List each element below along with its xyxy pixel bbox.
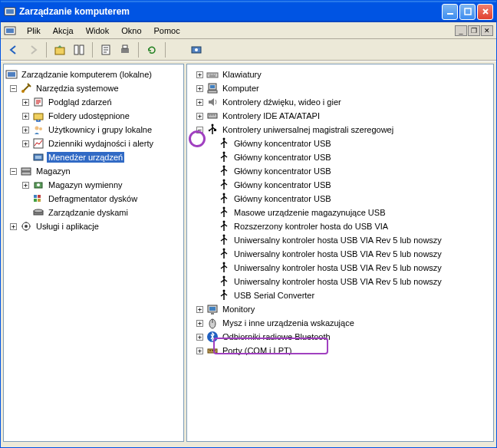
device-usb-controllers[interactable]: Kontrolery uniwersalnej magistrali szere… [221, 124, 395, 135]
expander-plus[interactable]: + [196, 71, 203, 78]
svg-point-64 [214, 350, 216, 351]
expander-plus[interactable]: + [196, 348, 203, 354]
expander-plus[interactable]: + [196, 85, 203, 92]
usb-icon [218, 165, 230, 177]
tree-perf-logs[interactable]: Dzienniki wydajności i alerty [47, 138, 155, 149]
device-bluetooth[interactable]: Odbiorniki radiowe Bluetooth [221, 331, 332, 342]
right-tree-pane[interactable]: +Klawiatury +Komputer +Kontrolery dźwięk… [186, 64, 494, 442]
defrag-icon [32, 193, 44, 205]
print-button[interactable] [117, 41, 133, 58]
keyboard-icon [206, 68, 219, 81]
tree-system-tools[interactable]: Narzędzia systemowe [35, 83, 120, 94]
storage-icon [20, 165, 32, 177]
svg-point-52 [223, 249, 225, 251]
tree-services-apps[interactable]: Usługi i aplikacje [35, 221, 100, 232]
device-usb-hub[interactable]: Główny koncentrator USB [232, 166, 333, 176]
tree-storage[interactable]: Magazyn [35, 166, 72, 176]
back-button[interactable] [5, 41, 22, 58]
device-button[interactable] [188, 41, 205, 58]
device-keyboards[interactable]: Klawiatury [221, 69, 263, 80]
tree-defrag[interactable]: Defragmentator dysków [47, 193, 139, 204]
device-usb-hub[interactable]: Główny koncentrator USB [232, 152, 333, 163]
tree-root[interactable]: Zarządzanie komputerem (lokalne) [20, 69, 153, 80]
window-title: Zarządzanie komputerem [19, 6, 442, 17]
device-mice[interactable]: Mysz i inne urządzenia wskazujące [221, 318, 356, 328]
expander-minus[interactable]: − [10, 85, 17, 92]
expander-plus[interactable]: + [196, 99, 203, 106]
maximize-button[interactable] [459, 4, 476, 20]
svg-point-13 [195, 48, 198, 51]
tree-users-groups[interactable]: Użytkownicy i grupy lokalne [47, 124, 153, 135]
tree-disk-mgmt[interactable]: Zarządzanie dyskami [47, 207, 130, 218]
device-usb-storage[interactable]: Masowe urządzenie magazynujące USB [232, 207, 387, 218]
device-ide[interactable]: Kontrolery IDE ATA/ATAPI [221, 110, 321, 121]
menubar: Plik Akcja Widok Okno Pomoc _ ❐ ✕ [1, 22, 496, 39]
menu-file[interactable]: Plik [21, 25, 47, 37]
device-usb-uhci[interactable]: Uniwersalny kontroler hosta USB VIA Rev … [232, 249, 443, 259]
menu-help[interactable]: Pomoc [148, 25, 186, 37]
up-button[interactable] [51, 41, 68, 58]
device-ports[interactable]: Porty (COM i LPT) [221, 345, 293, 356]
expander-plus[interactable]: + [10, 223, 17, 230]
tree-shared-folders[interactable]: Foldery udostępnione [47, 110, 131, 121]
svg-point-16 [21, 90, 25, 93]
expander-plus[interactable]: + [22, 99, 29, 106]
expander-plus[interactable]: + [22, 182, 29, 189]
mdi-restore-button[interactable]: ❐ [468, 25, 480, 36]
device-sound[interactable]: Kontrolery dźwięku, wideo i gier [221, 97, 343, 107]
document-icon [4, 25, 16, 37]
usb-icon [218, 179, 230, 191]
tree-removable-storage[interactable]: Magazyn wymienny [47, 180, 124, 190]
svg-point-53 [223, 262, 225, 265]
titlebar[interactable]: Zarządzanie komputerem [1, 1, 496, 22]
expander-plus[interactable]: + [196, 306, 203, 313]
expander-plus[interactable]: + [196, 320, 203, 327]
close-button[interactable] [477, 4, 493, 20]
svg-point-49 [223, 207, 225, 209]
event-viewer-icon [32, 96, 44, 108]
device-usb-hub[interactable]: Główny koncentrator USB [232, 138, 333, 149]
mdi-close-button[interactable]: ✕ [481, 25, 493, 36]
mdi-minimize-button[interactable]: _ [455, 25, 467, 36]
main-window: Zarządzanie komputerem Plik Akcja Widok … [0, 0, 497, 448]
refresh-button[interactable] [143, 41, 160, 58]
svg-point-55 [223, 290, 225, 292]
usb-icon [218, 275, 230, 288]
bluetooth-icon [206, 331, 219, 343]
menu-view[interactable]: Widok [80, 25, 116, 37]
svg-rect-6 [55, 48, 64, 54]
forward-button[interactable] [25, 41, 41, 58]
expander-minus[interactable]: − [196, 127, 203, 133]
svg-point-44 [223, 138, 225, 140]
device-usb-hub[interactable]: Główny koncentrator USB [232, 193, 333, 204]
menu-action[interactable]: Akcja [47, 25, 80, 37]
usb-icon [218, 137, 230, 150]
device-monitors[interactable]: Monitory [221, 304, 256, 315]
device-usb-uhci[interactable]: Uniwersalny kontroler hosta USB VIA Rev … [232, 276, 443, 287]
expander-plus[interactable]: + [22, 113, 29, 120]
expander-plus[interactable]: + [196, 113, 203, 120]
left-tree-pane[interactable]: Zarządzanie komputerem (lokalne) −Narzęd… [3, 64, 184, 442]
expander-minus[interactable]: − [10, 168, 17, 175]
device-usb-ehci[interactable]: Rozszerzony kontroler hosta do USB VIA [232, 221, 390, 232]
device-usb-uhci[interactable]: Uniwersalny kontroler hosta USB VIA Rev … [232, 262, 443, 273]
expander-plus[interactable]: + [22, 140, 29, 147]
tree-device-manager[interactable]: Menedżer urządzeń [47, 152, 124, 163]
usb-icon [218, 234, 230, 246]
svg-point-41 [212, 124, 214, 127]
expander-plus[interactable]: + [196, 334, 203, 341]
device-usb-uhci[interactable]: Uniwersalny kontroler hosta USB VIA Rev … [232, 235, 443, 245]
device-usb-hub[interactable]: Główny koncentrator USB [232, 180, 333, 190]
device-computer[interactable]: Komputer [221, 83, 261, 94]
sound-icon [206, 96, 219, 108]
tree-event-viewer[interactable]: Podgląd zdarzeń [47, 97, 114, 107]
device-usb-serial-converter[interactable]: USB Serial Converter [232, 290, 316, 301]
svg-point-42 [209, 130, 210, 131]
services-icon [20, 220, 32, 232]
properties-button[interactable] [97, 41, 114, 58]
show-hide-tree-button[interactable] [71, 41, 87, 58]
minimize-button[interactable] [442, 4, 458, 20]
users-icon [32, 124, 44, 136]
expander-plus[interactable]: + [22, 127, 29, 133]
menu-window[interactable]: Okno [115, 25, 147, 37]
